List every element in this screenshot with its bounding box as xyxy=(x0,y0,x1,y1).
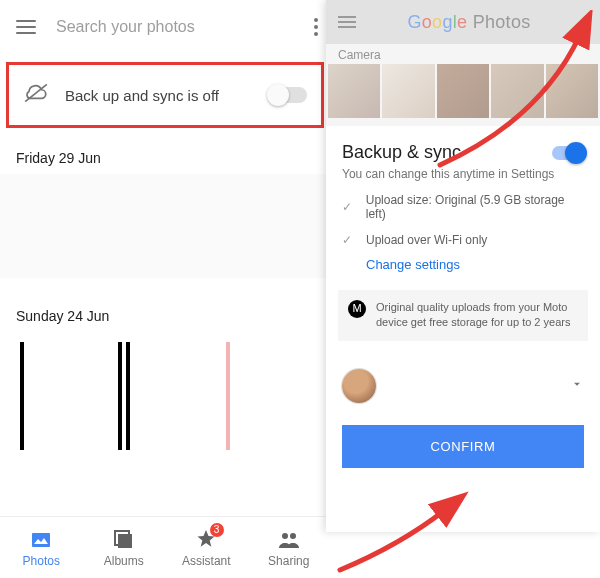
change-settings-link[interactable]: Change settings xyxy=(366,257,584,272)
nav-sharing-label: Sharing xyxy=(268,554,309,568)
right-phone-screen: Google Photos Camera Backup & sync You c… xyxy=(326,0,600,532)
check-icon: ✓ xyxy=(342,233,356,247)
albums-icon xyxy=(112,528,136,552)
moto-icon: M xyxy=(348,300,366,318)
search-bar[interactable]: Search your photos xyxy=(0,0,330,54)
chevron-down-icon xyxy=(570,377,584,395)
upload-wifi-text: Upload over Wi-Fi only xyxy=(366,233,487,247)
nav-photos-label: Photos xyxy=(23,554,60,568)
menu-icon[interactable] xyxy=(16,20,36,34)
upload-size-line: ✓ Upload size: Original (5.9 GB storage … xyxy=(342,193,584,221)
confirm-button[interactable]: CONFIRM xyxy=(342,425,584,468)
album-label: Camera xyxy=(326,44,600,64)
sheet-subtitle: You can change this anytime in Settings xyxy=(342,167,584,181)
avatar xyxy=(342,369,376,403)
sheet-title: Backup & sync xyxy=(342,142,552,163)
nav-assistant[interactable]: 3 Assistant xyxy=(165,517,248,578)
backup-sheet: Backup & sync You can change this anytim… xyxy=(326,126,600,532)
check-icon: ✓ xyxy=(342,200,356,214)
promo-text: Original quality uploads from your Moto … xyxy=(376,300,578,331)
svg-point-4 xyxy=(282,533,288,539)
account-row[interactable] xyxy=(342,369,584,403)
photos-icon xyxy=(29,528,53,552)
nav-albums[interactable]: Albums xyxy=(83,517,166,578)
date-header-1: Friday 29 Jun xyxy=(0,140,330,174)
menu-icon[interactable] xyxy=(338,16,356,28)
search-placeholder: Search your photos xyxy=(56,18,314,36)
nav-assistant-label: Assistant xyxy=(182,554,231,568)
svg-point-5 xyxy=(290,533,296,539)
nav-sharing[interactable]: Sharing xyxy=(248,517,331,578)
date-header-2: Sunday 24 Jun xyxy=(0,298,330,332)
promo-banner: M Original quality uploads from your Mot… xyxy=(338,290,588,341)
app-title: Google Photos xyxy=(356,12,582,33)
svg-rect-1 xyxy=(32,533,50,547)
backup-status-text: Back up and sync is off xyxy=(65,87,269,104)
upload-wifi-line: ✓ Upload over Wi-Fi only xyxy=(342,233,584,247)
camera-thumbs xyxy=(326,64,600,118)
photo-row-2[interactable] xyxy=(0,332,330,460)
more-icon[interactable] xyxy=(314,18,318,36)
bottom-nav: Photos Albums 3 Assistant Sharing xyxy=(0,516,330,578)
backup-toggle-off[interactable] xyxy=(269,87,307,103)
nav-albums-label: Albums xyxy=(104,554,144,568)
backup-toggle-on[interactable] xyxy=(552,146,584,160)
upload-size-text: Upload size: Original (5.9 GB storage le… xyxy=(366,193,584,221)
assistant-badge: 3 xyxy=(210,523,224,537)
left-phone-screen: Search your photos Back up and sync is o… xyxy=(0,0,330,578)
right-header: Google Photos xyxy=(326,0,600,44)
nav-photos[interactable]: Photos xyxy=(0,517,83,578)
sharing-icon xyxy=(277,528,301,552)
backup-status-row[interactable]: Back up and sync is off xyxy=(6,62,324,128)
cloud-off-icon xyxy=(23,83,49,107)
photo-row-1[interactable] xyxy=(0,174,330,278)
